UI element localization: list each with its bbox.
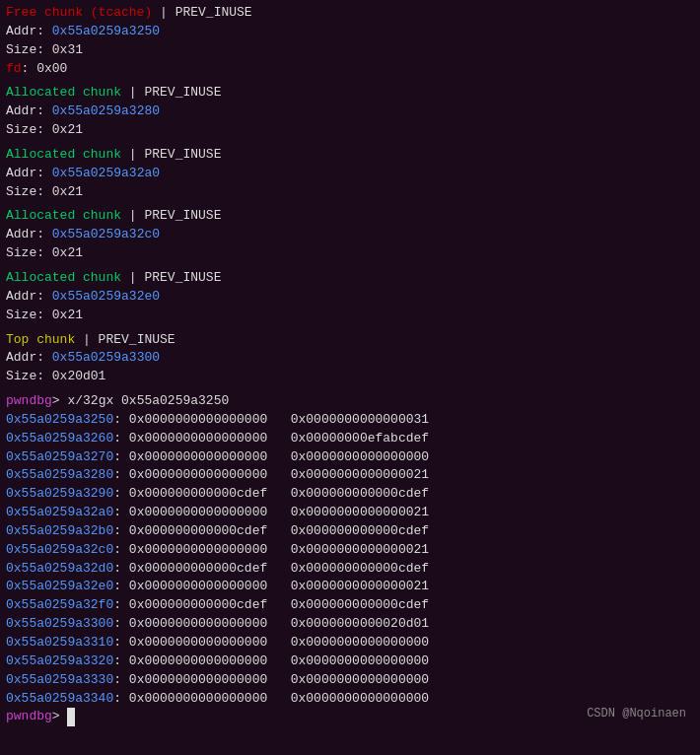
mem-row-16: 0x55a0259a3340: 0x0000000000000000 0x000… [6,690,429,709]
mem-row-11: 0x55a0259a32f0: 0x000000000000cdef 0x000… [6,596,694,615]
mem-row-13: 0x55a0259a3310: 0x0000000000000000 0x000… [6,634,429,652]
mem-row-10: 0x55a0259a32e0: 0x0000000000000000 0x000… [6,578,694,596]
watermark: CSDN @Nqoinaen [587,706,694,726]
top-chunk-addr: Addr: 0x55a0259a3300 [6,349,694,368]
free-chunk-size: Size: 0x31 [6,41,694,60]
alloc-chunk-2-size: Size: 0x21 [6,183,694,202]
free-chunk-header: Free chunk (tcache) | PREV_INUSE [6,4,694,23]
alloc-chunk-3-header: Allocated chunk | PREV_INUSE [6,207,694,226]
alloc-chunk-3-addr: Addr: 0x55a0259a32c0 [6,226,694,244]
mem-row-12: 0x55a0259a3300: 0x0000000000000000 0x000… [6,615,429,634]
alloc-chunk-1-size: Size: 0x21 [6,121,694,140]
mem-row-15: 0x55a0259a3330: 0x0000000000000000 0x000… [6,671,429,690]
alloc-chunk-2-addr: Addr: 0x55a0259a32a0 [6,165,694,183]
prompt-tail[interactable]: pwndbg> [6,708,429,726]
mem-row-7: 0x55a0259a32b0: 0x000000000000cdef 0x000… [6,522,694,541]
mem-row-9: 0x55a0259a32d0: 0x000000000000cdef 0x000… [6,560,694,579]
mem-row-5: 0x55a0259a3290: 0x000000000000cdef 0x000… [6,485,694,504]
mem-row-1: 0x55a0259a3250: 0x0000000000000000 0x000… [6,411,694,430]
prompt-command: pwndbg> x/32gx 0x55a0259a3250 [6,392,694,411]
alloc-chunk-4-addr: Addr: 0x55a0259a32e0 [6,288,694,307]
mem-row-4: 0x55a0259a3280: 0x0000000000000000 0x000… [6,466,694,485]
alloc-chunk-1-header: Allocated chunk | PREV_INUSE [6,84,694,103]
mem-row-2: 0x55a0259a3260: 0x0000000000000000 0x000… [6,430,694,448]
top-chunk-header: Top chunk | PREV_INUSE [6,331,694,350]
terminal: Free chunk (tcache) | PREV_INUSE Addr: 0… [0,0,700,730]
top-chunk-size: Size: 0x20d01 [6,368,694,386]
mem-row-6: 0x55a0259a32a0: 0x0000000000000000 0x000… [6,504,694,522]
mem-row-3: 0x55a0259a3270: 0x0000000000000000 0x000… [6,448,694,467]
free-chunk-fd: fd: 0x00 [6,60,694,79]
alloc-chunk-2-header: Allocated chunk | PREV_INUSE [6,146,694,165]
alloc-chunk-4-size: Size: 0x21 [6,307,694,325]
free-chunk-addr: Addr: 0x55a0259a3250 [6,23,694,41]
alloc-chunk-3-size: Size: 0x21 [6,244,694,263]
mem-row-14: 0x55a0259a3320: 0x0000000000000000 0x000… [6,652,429,671]
alloc-chunk-4-header: Allocated chunk | PREV_INUSE [6,269,694,288]
alloc-chunk-1-addr: Addr: 0x55a0259a3280 [6,103,694,121]
mem-row-8: 0x55a0259a32c0: 0x0000000000000000 0x000… [6,541,694,560]
